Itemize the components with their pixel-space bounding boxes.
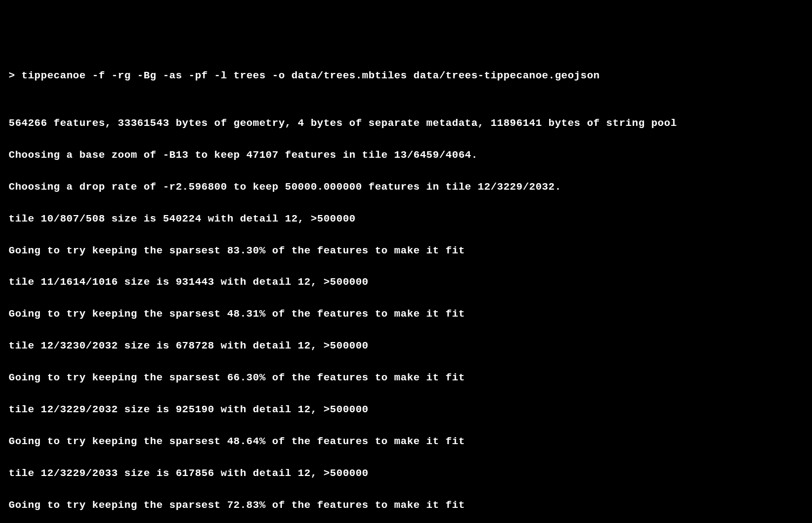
output-line: tile 10/807/508 size is 540224 with deta…: [9, 211, 803, 227]
base-zoom-line: Choosing a base zoom of -B13 to keep 471…: [9, 147, 803, 163]
drop-rate-line: Choosing a drop rate of -r2.596800 to ke…: [9, 179, 803, 195]
output-line: Going to try keeping the sparsest 83.30%…: [9, 243, 803, 259]
output-line: tile 12/3230/2032 size is 678728 with de…: [9, 338, 803, 354]
output-line: Going to try keeping the sparsest 72.83%…: [9, 498, 803, 513]
output-line: tile 11/1614/1016 size is 931443 with de…: [9, 274, 803, 290]
command-text: tippecanoe -f -rg -Bg -as -pf -l trees -…: [22, 70, 600, 82]
output-line: tile 12/3229/2033 size is 617856 with de…: [9, 466, 803, 481]
prompt: >: [9, 70, 22, 82]
output-line: tile 12/3229/2032 size is 925190 with de…: [9, 402, 803, 418]
output-line: Going to try keeping the sparsest 66.30%…: [9, 370, 803, 386]
command-line[interactable]: > tippecanoe -f -rg -Bg -as -pf -l trees…: [9, 68, 803, 84]
output-line: Going to try keeping the sparsest 48.31%…: [9, 306, 803, 322]
output-line: Going to try keeping the sparsest 48.64%…: [9, 434, 803, 450]
summary-line: 564266 features, 33361543 bytes of geome…: [9, 116, 803, 131]
